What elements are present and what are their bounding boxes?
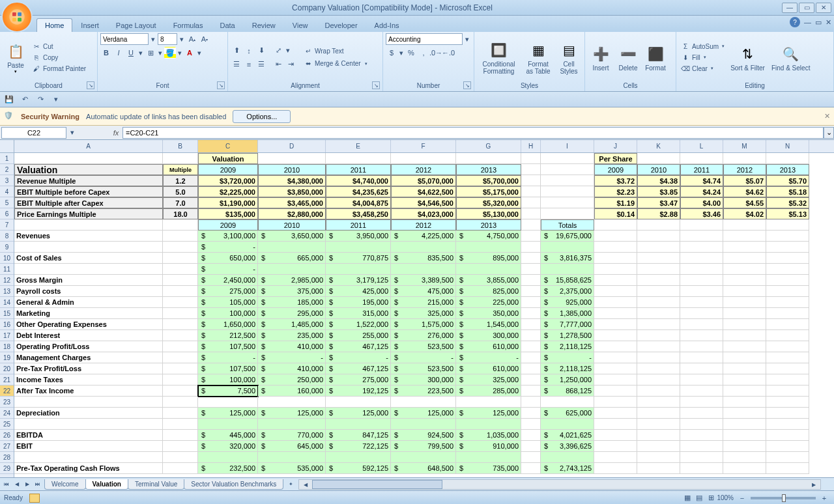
zoom-slider[interactable] <box>751 497 816 499</box>
row-header-6[interactable]: 6 <box>0 208 14 219</box>
row-header-13[interactable]: 13 <box>0 286 14 297</box>
fill-button[interactable]: ⬇Fill▾ <box>679 52 726 63</box>
sheet-last-icon[interactable]: ⏭ <box>33 479 43 490</box>
font-dialog[interactable]: ↘ <box>217 81 225 89</box>
col-header-D[interactable]: D <box>258 140 326 152</box>
border-button[interactable]: ⊞ <box>145 47 156 59</box>
help-icon[interactable]: ? <box>790 17 800 27</box>
view-pagebreak-icon[interactable]: ⊞ <box>705 492 717 504</box>
row-header-15[interactable]: 15 <box>0 308 14 319</box>
font-color-dropdown[interactable]: ▾ <box>196 47 203 59</box>
orientation-icon[interactable]: ⤢ <box>272 45 284 57</box>
row-header-25[interactable]: 25 <box>0 419 14 430</box>
tab-formulas[interactable]: Formulas <box>165 18 212 32</box>
row-header-7[interactable]: 7 <box>0 219 14 231</box>
view-layout-icon[interactable]: ▤ <box>693 492 705 504</box>
col-header-I[interactable]: I <box>541 140 594 152</box>
row-header-12[interactable]: 12 <box>0 275 14 286</box>
zoom-in-icon[interactable]: + <box>818 492 830 504</box>
percent-icon[interactable]: % <box>405 47 417 59</box>
row-header-27[interactable]: 27 <box>0 441 14 452</box>
number-format-dropdown[interactable]: ▾ <box>463 33 471 45</box>
col-header-L[interactable]: L <box>680 140 723 152</box>
format-table-button[interactable]: ▦Format as Table <box>522 38 554 76</box>
align-middle-icon[interactable]: ↕ <box>243 45 255 57</box>
select-all-corner[interactable] <box>0 140 14 153</box>
row-header-20[interactable]: 20 <box>0 363 14 374</box>
security-close-icon[interactable]: ✕ <box>824 112 830 120</box>
formula-expand-icon[interactable]: ⌄ <box>824 127 834 139</box>
row-header-19[interactable]: 19 <box>0 352 14 363</box>
paste-button[interactable]: 📋 Paste ▾ <box>3 40 29 76</box>
orientation-dropdown[interactable]: ▾ <box>285 45 291 57</box>
qat2-customize-icon[interactable]: ▾ <box>50 93 63 106</box>
shrink-font-icon[interactable]: A▾ <box>199 33 210 45</box>
cell-styles-button[interactable]: ▤Cell Styles <box>556 38 582 76</box>
sheet-tab-welcome[interactable]: Welcome <box>44 479 86 490</box>
merge-center-button[interactable]: ⬌Merge & Center▾ <box>302 59 369 69</box>
align-top-icon[interactable]: ⬆ <box>231 45 242 57</box>
align-right-icon[interactable]: ☰ <box>255 59 267 70</box>
row-header-8[interactable]: 8 <box>0 231 14 242</box>
font-name-input[interactable] <box>100 33 149 45</box>
grow-font-icon[interactable]: A▴ <box>186 33 198 45</box>
align-left-icon[interactable]: ☰ <box>231 59 242 70</box>
col-header-N[interactable]: N <box>766 140 809 152</box>
row-header-17[interactable]: 17 <box>0 330 14 341</box>
delete-cells-button[interactable]: ➖Delete <box>615 42 641 73</box>
row-header-10[interactable]: 10 <box>0 253 14 264</box>
minimize-button[interactable]: — <box>782 3 798 13</box>
workbook-restore[interactable]: ▭ <box>815 18 822 27</box>
tab-review[interactable]: Review <box>244 18 284 32</box>
row-header-26[interactable]: 26 <box>0 430 14 441</box>
row-header-11[interactable]: 11 <box>0 264 14 275</box>
tab-home[interactable]: Home <box>36 18 72 32</box>
horizontal-scrollbar[interactable]: ◀ ▶ <box>298 479 821 490</box>
clear-button[interactable]: ⌫Clear▾ <box>679 63 726 74</box>
insert-cells-button[interactable]: ➕Insert <box>588 42 614 73</box>
clipboard-dialog[interactable]: ↘ <box>87 81 94 89</box>
currency-dropdown[interactable]: ▾ <box>398 47 405 59</box>
decrease-decimal-icon[interactable]: ←.0 <box>442 47 454 59</box>
row-header-4[interactable]: 4 <box>0 186 14 197</box>
ribbon-minimize[interactable]: — <box>804 18 811 26</box>
col-header-G[interactable]: G <box>456 140 521 152</box>
align-center-icon[interactable]: ≡ <box>243 59 255 70</box>
sheet-tab-terminal-value[interactable]: Terminal Value <box>128 479 184 490</box>
tab-view[interactable]: View <box>284 18 317 32</box>
increase-decimal-icon[interactable]: .0→ <box>430 47 442 59</box>
qat2-save-icon[interactable]: 💾 <box>3 93 16 106</box>
qat2-undo-icon[interactable]: ↶ <box>18 93 31 106</box>
underline-button[interactable]: U <box>125 47 137 59</box>
name-box-dropdown[interactable]: ▾ <box>68 127 77 139</box>
row-header-24[interactable]: 24 <box>0 408 14 419</box>
name-box[interactable] <box>1 127 66 139</box>
row-header-2[interactable]: 2 <box>0 164 14 175</box>
tab-page-layout[interactable]: Page Layout <box>108 18 165 32</box>
office-button[interactable] <box>1 1 33 33</box>
sheet-first-icon[interactable]: ⏮ <box>1 479 12 490</box>
copy-button[interactable]: ⎘Copy <box>30 52 88 63</box>
zoom-out-icon[interactable]: − <box>736 492 748 504</box>
view-normal-icon[interactable]: ▦ <box>682 492 693 504</box>
col-header-H[interactable]: H <box>521 140 541 152</box>
row-header-21[interactable]: 21 <box>0 374 14 385</box>
wrap-text-button[interactable]: ↵Wrap Text <box>302 46 369 57</box>
currency-icon[interactable]: $ <box>386 47 397 59</box>
row-header-5[interactable]: 5 <box>0 197 14 208</box>
format-painter-button[interactable]: 🖌Format Painter <box>30 63 88 74</box>
sheet-next-icon[interactable]: ▶ <box>22 479 33 490</box>
qat2-redo-icon[interactable]: ↷ <box>34 93 47 106</box>
align-bottom-icon[interactable]: ⬇ <box>255 45 267 57</box>
row-header-3[interactable]: 3 <box>0 175 14 186</box>
col-header-C[interactable]: C <box>198 140 258 152</box>
row-header-9[interactable]: 9 <box>0 242 14 253</box>
decrease-indent-icon[interactable]: ⇤ <box>272 59 284 70</box>
tab-data[interactable]: Data <box>211 18 243 32</box>
size-dropdown-icon[interactable]: ▾ <box>178 33 186 45</box>
fill-dropdown[interactable]: ▾ <box>177 47 183 59</box>
increase-indent-icon[interactable]: ⇥ <box>285 59 296 70</box>
col-header-J[interactable]: J <box>594 140 637 152</box>
autosum-button[interactable]: ΣAutoSum▾ <box>679 41 726 51</box>
underline-dropdown[interactable]: ▾ <box>137 47 144 59</box>
